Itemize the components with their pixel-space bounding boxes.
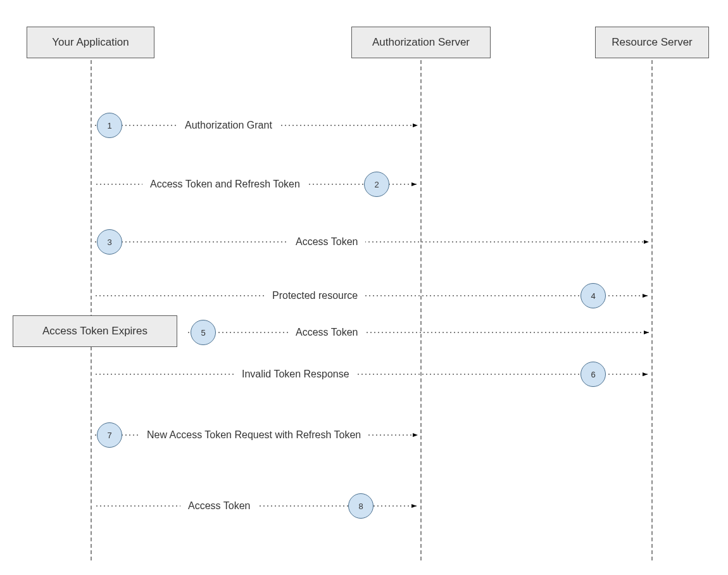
step-number: 8 — [358, 502, 363, 511]
participant-label: Your Application — [52, 36, 129, 48]
lifeline-authorization-server — [420, 60, 422, 560]
step-number: 1 — [107, 121, 111, 130]
step-badge-2: 2 — [364, 172, 389, 197]
expires-label: Access Token Expires — [42, 325, 147, 337]
message-text: New Access Token Request with Refresh To… — [147, 429, 361, 440]
access-token-expires-box: Access Token Expires — [13, 315, 177, 347]
step-badge-6: 6 — [581, 362, 606, 387]
arrows-layer — [0, 0, 728, 575]
step-badge-7: 7 — [97, 422, 122, 448]
step-number: 2 — [374, 180, 379, 189]
participant-label: Authorization Server — [372, 36, 470, 48]
message-new-access-token-request: New Access Token Request with Refresh To… — [139, 429, 368, 441]
step-badge-3: 3 — [97, 229, 122, 255]
step-badge-5: 5 — [191, 320, 216, 345]
step-number: 5 — [201, 328, 205, 338]
message-text: Protected resource — [272, 290, 358, 301]
step-badge-4: 4 — [581, 283, 606, 308]
message-access-token-3: Access Token — [180, 500, 258, 512]
participant-your-application: Your Application — [27, 27, 154, 58]
message-authorization-grant: Authorization Grant — [177, 120, 280, 131]
lifeline-your-application — [91, 60, 92, 560]
participant-label: Resource Server — [612, 36, 693, 48]
step-badge-1: 1 — [97, 113, 122, 138]
message-protected-resource: Protected resource — [265, 290, 365, 301]
step-number: 4 — [591, 291, 595, 301]
message-access-token-2: Access Token — [288, 327, 365, 338]
message-text: Access Token — [296, 327, 358, 338]
step-number: 3 — [107, 237, 111, 247]
message-text: Access Token and Refresh Token — [150, 179, 300, 189]
participant-authorization-server: Authorization Server — [351, 27, 491, 58]
message-text: Invalid Token Response — [242, 369, 349, 379]
message-text: Authorization Grant — [185, 120, 272, 130]
step-badge-8: 8 — [348, 493, 373, 519]
sequence-diagram: Your Application Authorization Server Re… — [0, 0, 728, 575]
participant-resource-server: Resource Server — [595, 27, 709, 58]
message-access-token-1: Access Token — [288, 236, 365, 248]
message-text: Access Token — [296, 236, 358, 247]
lifeline-resource-server — [651, 60, 653, 560]
step-number: 6 — [591, 370, 595, 379]
message-access-and-refresh-token: Access Token and Refresh Token — [142, 179, 308, 190]
step-number: 7 — [107, 431, 111, 440]
message-invalid-token-response: Invalid Token Response — [234, 369, 357, 380]
message-text: Access Token — [188, 500, 250, 511]
